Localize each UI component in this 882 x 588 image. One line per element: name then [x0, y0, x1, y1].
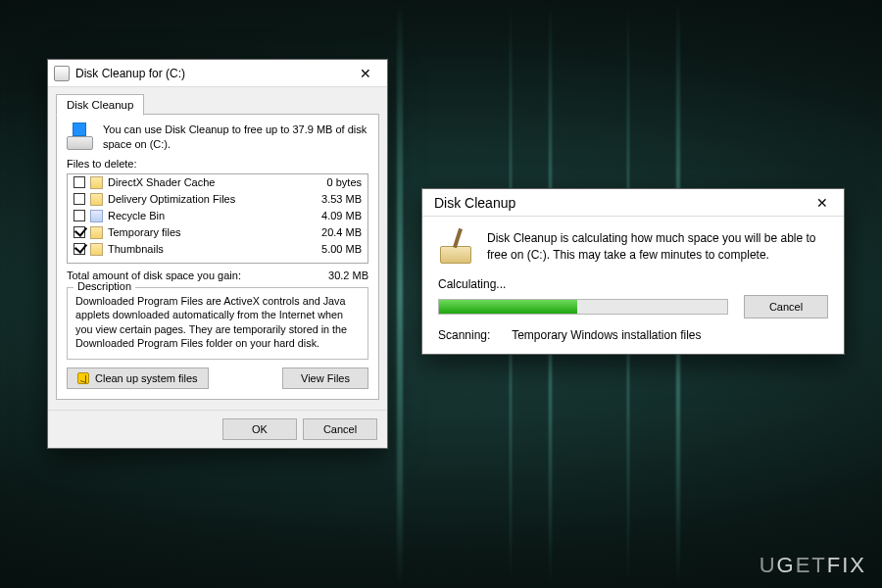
- item-name: DirectX Shader Cache: [108, 176, 307, 188]
- recycle-bin-icon: [90, 210, 103, 222]
- disk-cleanup-dialog: Disk Cleanup for (C:) ✕ Disk Cleanup You…: [47, 59, 388, 449]
- list-item[interactable]: Temporary files 20.4 MB: [68, 224, 368, 241]
- intro-text: You can use Disk Cleanup to free up to 3…: [103, 122, 368, 152]
- view-files-button[interactable]: View Files: [282, 368, 368, 389]
- cancel-button[interactable]: Cancel: [744, 295, 828, 318]
- description-group: Description Downloaded Program Files are…: [67, 287, 368, 360]
- cancel-button[interactable]: Cancel: [303, 418, 377, 440]
- files-to-delete-label: Files to delete:: [67, 158, 368, 170]
- file-icon: [90, 226, 103, 239]
- item-size: 4.09 MB: [307, 210, 362, 221]
- tab-disk-cleanup[interactable]: Disk Cleanup: [56, 94, 144, 116]
- titlebar[interactable]: Disk Cleanup ✕: [422, 189, 844, 217]
- dialog-footer: OK Cancel: [48, 410, 387, 448]
- item-name: Temporary files: [108, 226, 307, 238]
- item-name: Thumbnails: [108, 243, 307, 255]
- calculating-label: Calculating...: [438, 277, 828, 291]
- description-legend: Description: [74, 280, 135, 292]
- progress-fill: [439, 300, 577, 314]
- clean-system-files-button[interactable]: Clean up system files: [67, 368, 209, 389]
- checkbox[interactable]: [74, 193, 85, 205]
- files-listbox[interactable]: DirectX Shader Cache 0 bytes Delivery Op…: [67, 173, 368, 264]
- file-icon: [90, 176, 103, 189]
- ok-button[interactable]: OK: [222, 418, 297, 440]
- item-size: 3.53 MB: [307, 193, 362, 205]
- close-button[interactable]: ✕: [801, 189, 844, 217]
- progress-bar: [438, 299, 728, 315]
- list-item[interactable]: Recycle Bin 4.09 MB: [68, 208, 368, 224]
- description-text: Downloaded Program Files are ActiveX con…: [75, 294, 360, 351]
- item-size: 0 bytes: [307, 176, 362, 188]
- calculating-message: Disk Cleanup is calculating how much spa…: [487, 230, 828, 264]
- shield-icon: [77, 372, 89, 384]
- checkbox[interactable]: [74, 226, 85, 238]
- close-button[interactable]: ✕: [344, 60, 387, 87]
- window-title: Disk Cleanup for (C:): [75, 67, 344, 80]
- drive-large-icon: [67, 122, 93, 150]
- watermark: UGETFIX: [760, 553, 866, 578]
- titlebar[interactable]: Disk Cleanup for (C:) ✕: [48, 60, 387, 87]
- checkbox[interactable]: [74, 210, 85, 221]
- drive-icon: [54, 66, 70, 81]
- list-item[interactable]: Thumbnails 5.00 MB: [68, 241, 368, 258]
- clean-system-files-label: Clean up system files: [95, 372, 198, 384]
- checkbox[interactable]: [74, 243, 85, 255]
- checkbox[interactable]: [74, 176, 85, 188]
- broom-icon: [438, 230, 475, 264]
- total-value: 30.2 MB: [328, 270, 368, 281]
- tab-body: You can use Disk Cleanup to free up to 3…: [56, 115, 379, 400]
- item-size: 20.4 MB: [307, 226, 362, 238]
- list-item[interactable]: DirectX Shader Cache 0 bytes: [68, 174, 368, 191]
- item-name: Delivery Optimization Files: [108, 193, 307, 205]
- scanning-label: Scanning:: [438, 328, 509, 342]
- scanning-value: Temporary Windows installation files: [512, 328, 701, 342]
- list-item[interactable]: Delivery Optimization Files 3.53 MB: [68, 191, 368, 208]
- file-icon: [90, 193, 103, 206]
- file-icon: [90, 243, 103, 256]
- disk-cleanup-calculating-dialog: Disk Cleanup ✕ Disk Cleanup is calculati…: [421, 188, 845, 355]
- tabstrip: Disk Cleanup: [56, 93, 379, 115]
- window-title: Disk Cleanup: [428, 195, 801, 211]
- item-size: 5.00 MB: [307, 243, 362, 255]
- item-name: Recycle Bin: [108, 210, 307, 221]
